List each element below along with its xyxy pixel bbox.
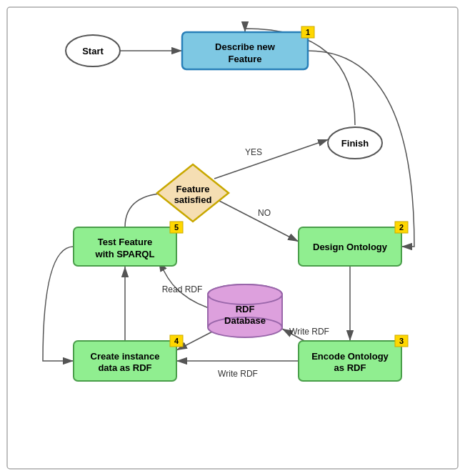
svg-text:Feature: Feature: [229, 54, 262, 64]
svg-text:satisfied: satisfied: [174, 194, 212, 205]
flowchart-diagram: YES NO Write RDF Write RDF Read RDF Star…: [0, 0, 465, 476]
create-instance-node: Create instance: [91, 351, 160, 362]
svg-text:Write RDF: Write RDF: [289, 327, 329, 337]
test-feature-node: Test Feature: [98, 237, 152, 247]
svg-point-37: [208, 284, 282, 304]
svg-text:NO: NO: [258, 208, 271, 218]
svg-text:4: 4: [174, 337, 179, 345]
design-ontology-node: Design Ontology: [313, 242, 388, 252]
svg-text:2: 2: [399, 223, 404, 232]
svg-text:with SPARQL: with SPARQL: [95, 249, 155, 259]
finish-node: Finish: [341, 138, 369, 149]
svg-text:1: 1: [306, 28, 310, 36]
svg-text:as RDF: as RDF: [334, 362, 366, 373]
svg-text:3: 3: [399, 337, 404, 345]
svg-text:YES: YES: [245, 147, 262, 157]
describe-node: Describe new: [215, 41, 276, 52]
rdf-database-node: RDF: [236, 304, 255, 314]
svg-text:Write RDF: Write RDF: [218, 369, 258, 379]
encode-ontology-node: Encode Ontology: [311, 351, 389, 362]
svg-text:data as RDF: data as RDF: [98, 362, 151, 373]
svg-text:Read RDF: Read RDF: [162, 284, 203, 294]
svg-text:5: 5: [174, 223, 179, 232]
svg-text:Feature: Feature: [176, 184, 210, 194]
start-node: Start: [82, 46, 104, 56]
svg-text:Database: Database: [224, 315, 266, 326]
